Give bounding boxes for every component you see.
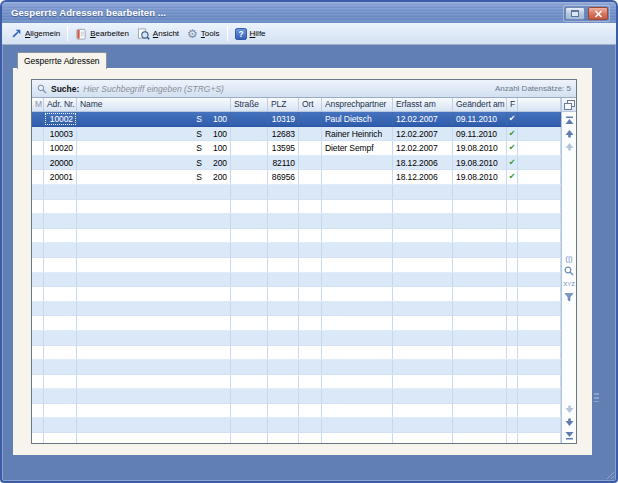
window-controls xyxy=(563,5,610,22)
table-rows: 10002S 10010319Paul Dietsch12.02.200709.… xyxy=(32,112,561,443)
table-header-row: MAdr. Nr.NameStraßePLZOrtAnsprechpartner… xyxy=(32,98,561,112)
grid-main: MAdr. Nr.NameStraßePLZOrtAnsprechpartner… xyxy=(32,98,576,443)
empty-row[interactable] xyxy=(32,287,561,302)
app-window: Gesperrte Adressen bearbeiten ... Allgem… xyxy=(0,0,618,483)
arrow-up-right-icon xyxy=(11,28,22,39)
scroll-top-group xyxy=(564,112,575,154)
table-row[interactable]: 10020S 10013595Dieter Sempf12.02.200719.… xyxy=(32,141,561,156)
window-body: Gesperrte Adressen Suche: Anzahl Datensä… xyxy=(2,45,616,481)
menubar: Allgemein Bearbeiten Ansicht ⚙ Tools ? H… xyxy=(2,23,616,45)
empty-row[interactable] xyxy=(32,375,561,390)
table-container: Suche: Anzahl Datensätze: 5 MAdr. Nr.Nam… xyxy=(31,79,577,444)
empty-row[interactable] xyxy=(32,433,561,443)
scroll-down-icon[interactable] xyxy=(564,417,575,427)
close-icon xyxy=(594,10,603,18)
column-header-filler[interactable] xyxy=(518,98,561,111)
column-chooser-button[interactable] xyxy=(562,98,576,112)
menu-item-hilfe[interactable]: ? Hilfe xyxy=(231,24,270,44)
search-icon xyxy=(37,84,47,94)
table-row[interactable]: 10003S 10012683Rainer Heinrich12.02.2007… xyxy=(32,127,561,142)
svg-text:?: ? xyxy=(238,28,243,38)
menu-label: Allgemein xyxy=(25,29,60,38)
search-label: Suche: xyxy=(51,84,79,94)
empty-row[interactable] xyxy=(32,214,561,229)
data-area: MAdr. Nr.NameStraßePLZOrtAnsprechpartner… xyxy=(32,98,561,443)
empty-row[interactable] xyxy=(32,360,561,375)
copy-icon xyxy=(564,100,575,110)
search-input[interactable] xyxy=(83,84,495,94)
column-header-ort[interactable]: Ort xyxy=(299,98,322,111)
empty-row[interactable] xyxy=(32,229,561,244)
filter-records-icon[interactable] xyxy=(564,292,575,302)
table-row[interactable]: 20000S 2008211018.12.200619.08.2010✔ xyxy=(32,156,561,171)
tab-gesperrte-adressen[interactable]: Gesperrte Adressen xyxy=(17,52,107,69)
empty-row[interactable] xyxy=(32,404,561,419)
scroll-bottom-group xyxy=(564,401,575,443)
empty-row[interactable] xyxy=(32,243,561,258)
scroll-up-disabled-icon[interactable] xyxy=(564,141,575,151)
menu-item-allgemein[interactable]: Allgemein xyxy=(7,24,64,44)
goto-record-icon[interactable]: (|) xyxy=(564,253,575,263)
column-header-plz[interactable]: PLZ xyxy=(268,98,299,111)
menu-label: Hilfe xyxy=(250,29,266,38)
column-header-geaendert_am[interactable]: Geändert am xyxy=(453,98,507,111)
column-header-m[interactable]: M xyxy=(32,98,44,111)
scroll-up-icon[interactable] xyxy=(564,128,575,138)
column-header-adr_nr[interactable]: Adr. Nr. xyxy=(44,98,77,111)
window-edge-grip[interactable] xyxy=(594,393,599,402)
maximize-icon xyxy=(571,10,579,17)
empty-row[interactable] xyxy=(32,316,561,331)
titlebar[interactable]: Gesperrte Adressen bearbeiten ... xyxy=(2,2,616,23)
empty-row[interactable] xyxy=(32,200,561,215)
scroll-strip: (|) XYZ xyxy=(561,98,576,443)
menu-item-ansicht[interactable]: Ansicht xyxy=(133,24,183,44)
search-records-icon[interactable] xyxy=(564,266,575,276)
menu-item-bearbeiten[interactable]: Bearbeiten xyxy=(71,24,133,44)
window-title: Gesperrte Adressen bearbeiten ... xyxy=(2,7,166,18)
empty-row[interactable] xyxy=(32,418,561,433)
menu-label: Tools xyxy=(201,29,220,38)
column-header-name[interactable]: Name xyxy=(77,98,231,111)
empty-row[interactable] xyxy=(32,302,561,317)
column-header-ansprechpartner[interactable]: Ansprechpartner xyxy=(322,98,393,111)
empty-row[interactable] xyxy=(32,258,561,273)
empty-row[interactable] xyxy=(32,273,561,288)
close-button[interactable] xyxy=(588,7,608,20)
record-count: Anzahl Datensätze: 5 xyxy=(495,84,571,93)
scroll-to-bottom-icon[interactable] xyxy=(564,430,575,440)
empty-row[interactable] xyxy=(32,389,561,404)
menu-label: Ansicht xyxy=(153,29,179,38)
scroll-down-disabled-icon[interactable] xyxy=(564,404,575,414)
menu-separator xyxy=(227,26,228,41)
magnifier-document-icon xyxy=(137,28,150,40)
question-mark-icon: ? xyxy=(235,28,247,40)
empty-row[interactable] xyxy=(32,185,561,200)
empty-row[interactable] xyxy=(32,331,561,346)
empty-row[interactable] xyxy=(32,346,561,361)
scroll-to-top-icon[interactable] xyxy=(564,115,575,125)
sort-records-icon[interactable]: XYZ xyxy=(564,279,575,289)
menu-label: Bearbeiten xyxy=(90,29,129,38)
resize-grip[interactable] xyxy=(607,472,614,479)
grid-tools-group: (|) XYZ xyxy=(564,250,575,305)
column-header-strasse[interactable]: Straße xyxy=(231,98,268,111)
column-header-erfasst_am[interactable]: Erfasst am xyxy=(393,98,453,111)
maximize-button[interactable] xyxy=(565,7,585,20)
gear-icon: ⚙ xyxy=(187,28,198,40)
menu-item-tools[interactable]: ⚙ Tools xyxy=(183,24,223,44)
search-bar: Suche: Anzahl Datensätze: 5 xyxy=(32,80,576,98)
notepad-pencil-icon xyxy=(75,28,87,40)
table-row[interactable]: 10002S 10010319Paul Dietsch12.02.200709.… xyxy=(32,112,561,127)
tab-label: Gesperrte Adressen xyxy=(24,56,100,66)
content-panel: Suche: Anzahl Datensätze: 5 MAdr. Nr.Nam… xyxy=(13,68,592,455)
column-header-f[interactable]: F xyxy=(507,98,518,111)
table-row[interactable]: 20001S 2008695618.12.200619.08.2010✔ xyxy=(32,170,561,185)
menu-separator xyxy=(67,26,68,41)
